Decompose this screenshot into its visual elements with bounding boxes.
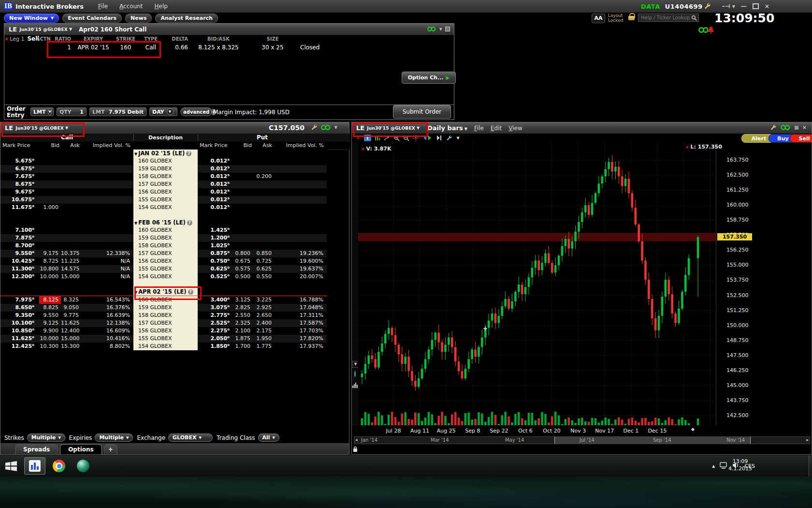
close-x-icon[interactable]: × <box>354 134 362 141</box>
put-iv[interactable]: 17.937% <box>274 343 327 350</box>
strike-desc[interactable]: 156 GLOBEX <box>133 188 198 196</box>
option-row[interactable]: 7.975⁰8.1258.32516.543%160 GLOBEX3.400⁰3… <box>0 296 327 304</box>
call-ask[interactable] <box>61 226 81 234</box>
put-mark[interactable]: 1.425⁰ <box>198 226 232 234</box>
call-mark[interactable]: 10.675⁰ <box>0 196 39 204</box>
call-iv[interactable]: N/A <box>81 273 133 281</box>
call-bid[interactable] <box>39 173 61 180</box>
option-row[interactable]: 9.350⁰9.5509.77516.639%158 GLOBEX2.775⁰2… <box>0 312 327 319</box>
put-bid[interactable] <box>232 157 253 165</box>
strike-desc[interactable]: 157 GLOBEX <box>133 250 198 257</box>
tray-clock[interactable]: 13:09 4.1.2015 <box>728 458 752 472</box>
call-ask[interactable] <box>61 180 81 188</box>
chevron-down-icon[interactable]: ▼ <box>417 126 420 130</box>
put-ask[interactable] <box>253 234 274 242</box>
call-bid[interactable]: 10.000 <box>39 335 61 343</box>
bars-tool-icon[interactable] <box>374 134 381 141</box>
submit-order-button[interactable]: Submit Order <box>393 105 451 119</box>
put-iv[interactable]: 17.820% <box>274 335 327 343</box>
call-bid[interactable] <box>39 226 61 234</box>
call-mark[interactable]: 9.350⁰ <box>0 312 39 319</box>
search-input[interactable] <box>640 15 691 21</box>
option-row[interactable]: 10.425⁰8.72511.225N/A156 GLOBEX0.750⁰0.6… <box>0 257 327 265</box>
put-bid[interactable] <box>232 242 253 250</box>
step-forward-icon[interactable] <box>435 134 442 141</box>
call-bid[interactable] <box>39 165 61 173</box>
taskbar-app-chrome[interactable] <box>48 457 70 475</box>
put-ask[interactable]: 0.850 <box>253 250 274 257</box>
put-ask[interactable] <box>253 226 274 234</box>
limit-price-field[interactable]: LMT7.975 Debit <box>89 107 146 116</box>
close-icon[interactable]: × <box>765 3 769 10</box>
put-iv[interactable]: 16.788% <box>274 296 327 304</box>
put-iv[interactable] <box>274 234 327 242</box>
tif-select[interactable]: DAY▼ <box>149 107 177 116</box>
put-iv[interactable] <box>274 180 327 188</box>
call-ask[interactable]: 15.300 <box>61 343 81 350</box>
put-ask[interactable]: 0.550 <box>253 273 274 281</box>
advanced-button[interactable]: advanced+ <box>180 107 212 116</box>
tab-spreads[interactable]: Spreads <box>15 444 58 454</box>
exchange-select[interactable]: GLOBEX▼ <box>168 433 213 442</box>
call-iv[interactable]: 12.138% <box>81 319 133 327</box>
minimize-icon[interactable]: — <box>741 3 747 10</box>
collapse-icon[interactable]: ▼ <box>134 221 137 225</box>
chevron-down-icon[interactable]: ▼ <box>334 125 337 130</box>
collapse-icon[interactable]: ▼ <box>134 152 137 156</box>
call-iv[interactable]: 10.416% <box>81 335 133 343</box>
call-bid[interactable]: 9.125 <box>39 319 61 327</box>
put-bid[interactable]: 0.800 <box>232 250 253 257</box>
option-row[interactable]: 7.875⁰159 GLOBEX1.200⁰ <box>0 234 327 242</box>
call-ask[interactable]: 15.000 <box>61 335 81 343</box>
option-row[interactable]: 10.675⁰155 GLOBEX0.012⁵ <box>0 196 327 204</box>
chevron-down-icon[interactable]: ▼ <box>454 134 462 141</box>
scroll-right-icon[interactable]: ▸ <box>806 437 809 442</box>
menu-help[interactable]: Help <box>155 3 168 10</box>
close-x-icon[interactable]: × <box>361 147 365 151</box>
call-ask[interactable]: 14.575 <box>61 265 81 273</box>
put-iv[interactable] <box>274 242 327 250</box>
chart-titlebar[interactable]: LE Jun30'15 @GLOBEX ▼ Daily bars▼ FileEd… <box>352 122 812 134</box>
call-ask[interactable] <box>61 173 81 180</box>
strike-desc[interactable]: 155 GLOBEX <box>133 265 198 273</box>
strike-desc[interactable]: 158 GLOBEX <box>133 312 198 319</box>
call-bid[interactable]: 9.550 <box>39 312 61 319</box>
put-iv[interactable] <box>274 173 327 180</box>
option-row[interactable]: 6.675⁰159 GLOBEX0.012⁵ <box>0 165 327 173</box>
call-mark[interactable]: 12.425⁰ <box>0 343 39 350</box>
call-iv[interactable]: N/A <box>81 265 133 273</box>
put-mark[interactable]: 2.275⁰ <box>198 327 232 335</box>
call-iv[interactable]: 12.338% <box>81 250 133 257</box>
call-mark[interactable]: 7.100⁰ <box>0 226 39 234</box>
strike-desc[interactable]: 159 GLOBEX <box>133 165 198 173</box>
strike-desc[interactable]: 156 GLOBEX <box>133 257 198 265</box>
put-mark[interactable]: 1.025⁰ <box>198 242 232 250</box>
option-row[interactable]: 12.425⁰10.30015.3008.802%154 GLOBEX1.850… <box>0 343 327 350</box>
put-bid[interactable]: 2.325 <box>232 319 253 327</box>
put-ask[interactable]: 2.650 <box>253 312 274 319</box>
call-bid[interactable]: 10.300 <box>39 343 61 350</box>
call-mark[interactable]: 10.425⁰ <box>0 257 39 265</box>
call-mark[interactable]: 5.675⁰ <box>0 157 39 165</box>
put-bid[interactable] <box>232 165 253 173</box>
call-mark[interactable]: 12.200⁰ <box>0 273 39 281</box>
news-button[interactable]: News <box>125 14 152 23</box>
put-mark[interactable]: 2.775⁰ <box>198 312 232 319</box>
put-bid[interactable] <box>232 180 253 188</box>
call-ask[interactable]: 15.000 <box>61 273 81 281</box>
put-mark[interactable]: 1.850⁰ <box>198 343 232 350</box>
call-iv[interactable] <box>81 242 133 250</box>
order-titlebar[interactable]: LE Jun30'15 @GLOBEX ▼ Apr02 160 Short Ca… <box>4 24 454 35</box>
put-mark[interactable]: 0.525⁰ <box>198 273 232 281</box>
zoom-out-icon[interactable] <box>403 134 410 141</box>
option-row[interactable]: 10.850⁰9.90012.40016.609%156 GLOBEX2.275… <box>0 327 327 335</box>
call-bid[interactable] <box>39 157 61 165</box>
strike-desc[interactable]: 157 GLOBEX <box>133 319 198 327</box>
expiry-group-header[interactable]: ▼APR 02 '15 (LE)? <box>0 288 327 296</box>
call-mark[interactable]: 7.675⁰ <box>0 173 39 180</box>
new-window-button[interactable]: New Window▼ <box>4 14 59 23</box>
bar-type-select[interactable]: Daily bars▼ <box>427 124 467 132</box>
pin-icon[interactable]: –⊣ ▾ <box>722 3 735 10</box>
strike-desc[interactable]: 160 GLOBEX <box>133 296 198 304</box>
collapse-icon[interactable]: ▼ <box>134 290 137 295</box>
